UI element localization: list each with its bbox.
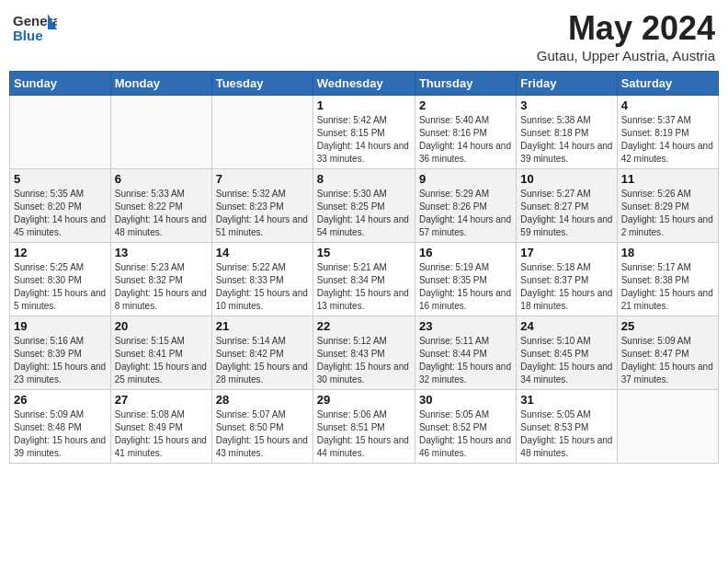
calendar-cell: 11Sunrise: 5:26 AMSunset: 8:29 PMDayligh…: [617, 169, 718, 243]
calendar-cell: 28Sunrise: 5:07 AMSunset: 8:50 PMDayligh…: [211, 390, 313, 464]
day-number: 18: [621, 246, 714, 259]
weekday-header-row: SundayMondayTuesdayWednesdayThursdayFrid…: [10, 72, 719, 96]
calendar-cell: 6Sunrise: 5:33 AMSunset: 8:22 PMDaylight…: [110, 169, 211, 243]
calendar-cell: 20Sunrise: 5:15 AMSunset: 8:41 PMDayligh…: [110, 316, 211, 390]
title-block: May 2024 Gutau, Upper Austria, Austria: [537, 9, 715, 63]
calendar-cell: 21Sunrise: 5:14 AMSunset: 8:42 PMDayligh…: [211, 316, 313, 390]
day-info: Sunrise: 5:11 AMSunset: 8:44 PMDaylight:…: [419, 335, 512, 386]
page-header: General Blue May 2024 Gutau, Upper Austr…: [9, 9, 719, 63]
day-info: Sunrise: 5:07 AMSunset: 8:50 PMDaylight:…: [216, 408, 309, 460]
day-number: 16: [419, 246, 512, 259]
day-number: 14: [216, 246, 309, 259]
day-number: 7: [216, 172, 309, 186]
day-number: 5: [14, 172, 107, 186]
calendar-table: SundayMondayTuesdayWednesdayThursdayFrid…: [9, 71, 719, 464]
weekday-header: Saturday: [617, 72, 718, 96]
calendar-cell: [10, 96, 111, 169]
weekday-header: Sunday: [10, 72, 111, 96]
day-info: Sunrise: 5:35 AMSunset: 8:20 PMDaylight:…: [14, 188, 107, 239]
day-number: 25: [621, 319, 714, 333]
calendar-cell: 31Sunrise: 5:05 AMSunset: 8:53 PMDayligh…: [517, 390, 617, 464]
day-number: 19: [14, 319, 107, 333]
calendar-cell: 19Sunrise: 5:16 AMSunset: 8:39 PMDayligh…: [10, 316, 111, 390]
calendar-cell: 26Sunrise: 5:09 AMSunset: 8:48 PMDayligh…: [10, 390, 111, 464]
weekday-header: Tuesday: [211, 72, 313, 96]
day-number: 6: [115, 172, 208, 186]
day-info: Sunrise: 5:42 AMSunset: 8:15 PMDaylight:…: [317, 114, 411, 166]
day-info: Sunrise: 5:27 AMSunset: 8:27 PMDaylight:…: [520, 188, 612, 239]
day-info: Sunrise: 5:09 AMSunset: 8:47 PMDaylight:…: [621, 335, 714, 386]
day-info: Sunrise: 5:26 AMSunset: 8:29 PMDaylight:…: [621, 188, 714, 239]
day-number: 23: [419, 319, 512, 333]
logo-icon: General Blue: [13, 9, 57, 46]
calendar-cell: 16Sunrise: 5:19 AMSunset: 8:35 PMDayligh…: [415, 243, 516, 316]
calendar-week-row: 19Sunrise: 5:16 AMSunset: 8:39 PMDayligh…: [10, 316, 719, 390]
day-info: Sunrise: 5:14 AMSunset: 8:42 PMDaylight:…: [216, 335, 309, 386]
calendar-week-row: 26Sunrise: 5:09 AMSunset: 8:48 PMDayligh…: [10, 390, 719, 464]
calendar-cell: 3Sunrise: 5:38 AMSunset: 8:18 PMDaylight…: [517, 96, 617, 169]
day-info: Sunrise: 5:18 AMSunset: 8:37 PMDaylight:…: [520, 261, 612, 313]
weekday-header: Friday: [517, 72, 617, 96]
day-info: Sunrise: 5:17 AMSunset: 8:38 PMDaylight:…: [621, 261, 714, 313]
day-info: Sunrise: 5:08 AMSunset: 8:49 PMDaylight:…: [115, 408, 208, 460]
day-info: Sunrise: 5:29 AMSunset: 8:26 PMDaylight:…: [419, 188, 512, 239]
calendar-cell: 22Sunrise: 5:12 AMSunset: 8:43 PMDayligh…: [313, 316, 415, 390]
svg-text:Blue: Blue: [13, 28, 43, 43]
day-number: 12: [14, 246, 107, 259]
day-info: Sunrise: 5:05 AMSunset: 8:52 PMDaylight:…: [419, 408, 512, 460]
calendar-cell: 29Sunrise: 5:06 AMSunset: 8:51 PMDayligh…: [313, 390, 415, 464]
day-number: 9: [419, 172, 512, 186]
day-info: Sunrise: 5:15 AMSunset: 8:41 PMDaylight:…: [115, 335, 208, 386]
calendar-cell: [211, 96, 313, 169]
calendar-cell: 8Sunrise: 5:30 AMSunset: 8:25 PMDaylight…: [313, 169, 415, 243]
calendar-cell: 15Sunrise: 5:21 AMSunset: 8:34 PMDayligh…: [313, 243, 415, 316]
calendar-cell: 9Sunrise: 5:29 AMSunset: 8:26 PMDaylight…: [415, 169, 516, 243]
day-number: 2: [419, 98, 512, 112]
weekday-header: Wednesday: [313, 72, 415, 96]
day-number: 26: [14, 393, 107, 407]
calendar-cell: 2Sunrise: 5:40 AMSunset: 8:16 PMDaylight…: [415, 96, 516, 169]
day-info: Sunrise: 5:21 AMSunset: 8:34 PMDaylight:…: [317, 261, 411, 313]
logo: General Blue: [13, 9, 57, 46]
calendar-cell: 4Sunrise: 5:37 AMSunset: 8:19 PMDaylight…: [617, 96, 718, 169]
calendar-cell: 17Sunrise: 5:18 AMSunset: 8:37 PMDayligh…: [517, 243, 617, 316]
calendar-cell: 7Sunrise: 5:32 AMSunset: 8:23 PMDaylight…: [211, 169, 313, 243]
calendar-cell: 18Sunrise: 5:17 AMSunset: 8:38 PMDayligh…: [617, 243, 718, 316]
day-number: 8: [317, 172, 411, 186]
day-info: Sunrise: 5:09 AMSunset: 8:48 PMDaylight:…: [14, 408, 107, 460]
weekday-header: Monday: [110, 72, 211, 96]
day-info: Sunrise: 5:06 AMSunset: 8:51 PMDaylight:…: [317, 408, 411, 460]
location-subtitle: Gutau, Upper Austria, Austria: [537, 48, 715, 63]
calendar-cell: 10Sunrise: 5:27 AMSunset: 8:27 PMDayligh…: [517, 169, 617, 243]
day-info: Sunrise: 5:12 AMSunset: 8:43 PMDaylight:…: [317, 335, 411, 386]
calendar-cell: 13Sunrise: 5:23 AMSunset: 8:32 PMDayligh…: [110, 243, 211, 316]
calendar-cell: [110, 96, 211, 169]
calendar-cell: 14Sunrise: 5:22 AMSunset: 8:33 PMDayligh…: [211, 243, 313, 316]
day-info: Sunrise: 5:16 AMSunset: 8:39 PMDaylight:…: [14, 335, 107, 386]
weekday-header: Thursday: [415, 72, 516, 96]
day-number: 21: [216, 319, 309, 333]
calendar-cell: 30Sunrise: 5:05 AMSunset: 8:52 PMDayligh…: [415, 390, 516, 464]
calendar-cell: 12Sunrise: 5:25 AMSunset: 8:30 PMDayligh…: [10, 243, 111, 316]
day-number: 4: [621, 98, 714, 112]
calendar-cell: 25Sunrise: 5:09 AMSunset: 8:47 PMDayligh…: [617, 316, 718, 390]
day-number: 15: [317, 246, 411, 259]
day-number: 11: [621, 172, 714, 186]
calendar-cell: 1Sunrise: 5:42 AMSunset: 8:15 PMDaylight…: [313, 96, 415, 169]
day-number: 13: [115, 246, 208, 259]
day-info: Sunrise: 5:23 AMSunset: 8:32 PMDaylight:…: [115, 261, 208, 313]
day-number: 28: [216, 393, 309, 407]
day-info: Sunrise: 5:05 AMSunset: 8:53 PMDaylight:…: [520, 408, 612, 460]
calendar-cell: 24Sunrise: 5:10 AMSunset: 8:45 PMDayligh…: [517, 316, 617, 390]
day-info: Sunrise: 5:40 AMSunset: 8:16 PMDaylight:…: [419, 114, 512, 166]
day-info: Sunrise: 5:33 AMSunset: 8:22 PMDaylight:…: [115, 188, 208, 239]
calendar-week-row: 12Sunrise: 5:25 AMSunset: 8:30 PMDayligh…: [10, 243, 719, 316]
day-number: 24: [520, 319, 612, 333]
day-info: Sunrise: 5:38 AMSunset: 8:18 PMDaylight:…: [520, 114, 612, 166]
calendar-week-row: 5Sunrise: 5:35 AMSunset: 8:20 PMDaylight…: [10, 169, 719, 243]
day-number: 22: [317, 319, 411, 333]
day-number: 27: [115, 393, 208, 407]
calendar-week-row: 1Sunrise: 5:42 AMSunset: 8:15 PMDaylight…: [10, 96, 719, 169]
day-number: 30: [419, 393, 512, 407]
day-number: 10: [520, 172, 612, 186]
